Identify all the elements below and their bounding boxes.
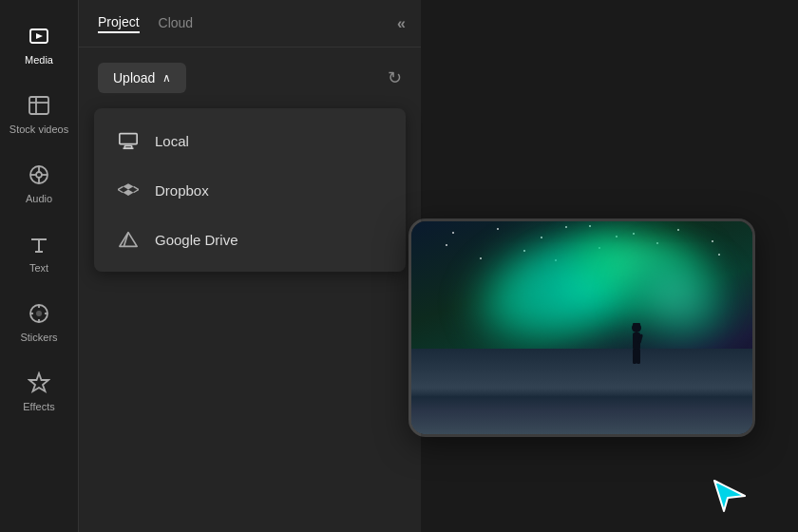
sidebar-label-stickers: Stickers <box>20 332 57 343</box>
svg-rect-21 <box>120 134 137 144</box>
sidebar-label-media: Media <box>25 54 53 66</box>
dropdown-label-google-drive: Google Drive <box>155 232 238 248</box>
preview-image-area <box>408 218 755 437</box>
upload-row: Upload ∧ ↻ <box>79 48 421 108</box>
sidebar: Media Stock videos Audio <box>0 0 79 532</box>
person-silhouette <box>623 322 650 374</box>
dropbox-icon <box>117 179 140 201</box>
local-icon <box>117 129 140 152</box>
upload-button[interactable]: Upload ∧ <box>98 63 186 93</box>
cursor-arrow <box>711 477 749 515</box>
sidebar-item-media[interactable]: Media <box>0 10 78 79</box>
sidebar-item-text[interactable]: Text <box>0 218 78 287</box>
svg-rect-30 <box>633 349 636 364</box>
sidebar-label-effects: Effects <box>23 401 54 412</box>
dropdown-item-dropbox[interactable]: Dropbox <box>94 165 406 215</box>
refresh-button[interactable]: ↻ <box>388 67 402 88</box>
tab-cloud[interactable]: Cloud <box>159 15 194 32</box>
svg-point-19 <box>36 311 42 316</box>
svg-rect-28 <box>633 323 640 327</box>
sidebar-item-effects[interactable]: Effects <box>0 356 78 426</box>
ground-layer <box>411 349 752 434</box>
sidebar-item-stock-videos[interactable]: Stock videos <box>0 79 78 148</box>
svg-marker-20 <box>29 373 48 391</box>
effects-icon <box>26 370 52 396</box>
sidebar-label-stock-videos: Stock videos <box>10 124 68 135</box>
tabs-bar: Project Cloud « <box>79 0 421 48</box>
svg-marker-33 <box>714 481 745 511</box>
aurora-image <box>411 221 752 434</box>
upload-dropdown: Local Dropbox Google Drive <box>94 108 406 272</box>
svg-rect-2 <box>29 97 48 114</box>
upload-label: Upload <box>113 70 155 86</box>
media-icon <box>26 23 52 49</box>
svg-marker-1 <box>36 33 43 39</box>
dropdown-label-dropbox: Dropbox <box>155 182 209 199</box>
sidebar-label-text: Text <box>29 262 48 274</box>
aurora-layer <box>411 221 752 370</box>
sidebar-item-stickers[interactable]: Stickers <box>0 287 78 356</box>
stickers-icon <box>26 300 52 327</box>
dropdown-item-local[interactable]: Local <box>94 116 406 165</box>
svg-rect-31 <box>636 349 640 364</box>
dropdown-item-google-drive[interactable]: Google Drive <box>94 215 406 264</box>
main-panel: Project Cloud « Upload ∧ ↻ Local <box>79 0 421 532</box>
stock-videos-icon <box>26 92 52 119</box>
dropdown-label-local: Local <box>155 133 189 149</box>
google-drive-icon <box>117 228 140 251</box>
tab-project[interactable]: Project <box>98 14 140 33</box>
svg-point-6 <box>36 172 42 178</box>
sidebar-label-audio: Audio <box>26 193 52 204</box>
upload-caret: ∧ <box>162 71 171 85</box>
sidebar-item-audio[interactable]: Audio <box>0 148 78 218</box>
collapse-button[interactable]: « <box>397 15 406 32</box>
text-icon <box>26 231 52 257</box>
audio-icon <box>26 162 52 188</box>
